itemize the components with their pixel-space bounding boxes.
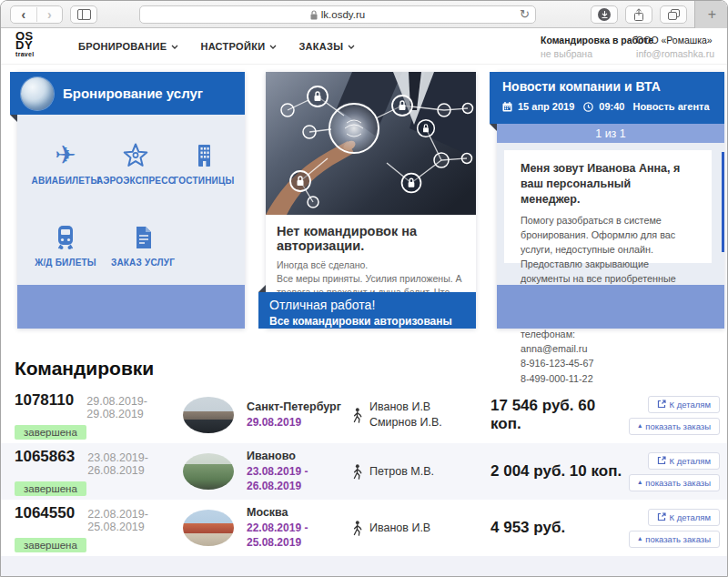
show-orders-button[interactable]: ▴ показать заказы [629, 474, 720, 491]
history-nav-group: ‹ › [10, 5, 63, 24]
logo-line-3: travel [15, 50, 34, 58]
service-hotels[interactable]: ГОСТИНИЦЫ [165, 138, 243, 186]
trip-price: 4 953 руб. [488, 519, 629, 537]
plus-icon: + [708, 6, 716, 23]
calendar-icon [502, 102, 512, 112]
news-time: 09:40 [599, 101, 624, 112]
booking-panel-title: Бронирование услуг [63, 86, 203, 101]
browser-toolbar: ‹ › lk.osdy.ru ↻ + [1, 1, 727, 28]
dashboard-panels: Бронирование услуг ✈ АВИАБИЛЕТЫ АЭРОЭКСП… [1, 72, 727, 329]
service-rail-label: Ж/Д БИЛЕТЫ [26, 258, 105, 268]
document-icon [104, 220, 182, 251]
booking-panel-header: Бронирование услуг [10, 72, 245, 115]
tabs-icon [668, 9, 680, 20]
new-tab-button[interactable]: + [694, 1, 728, 28]
booking-panel-footer [17, 285, 245, 329]
city-photo [183, 397, 234, 433]
osdy-logo[interactable]: OS DY travel [15, 32, 34, 58]
security-photo [266, 72, 476, 215]
sidebar-icon [77, 9, 91, 20]
service-order-label: ЗАКАЗ УСЛУГ [104, 258, 182, 268]
show-orders-label: показать заказы [645, 421, 711, 431]
details-button[interactable]: К деталям [648, 452, 720, 470]
service-order[interactable]: ЗАКАЗ УСЛУГ [104, 220, 182, 268]
status-badge: завершена [15, 481, 86, 496]
service-avia-label: АВИАБИЛЕТЫ [26, 176, 105, 186]
company-name: ООО «Ромашка» [636, 35, 714, 46]
walking-person-icon [351, 521, 363, 536]
ribbon-fold [490, 124, 497, 131]
traveler-name: Петров М.В. [369, 464, 434, 480]
reload-button[interactable]: ↻ [520, 7, 530, 21]
nav-booking-label: БРОНИРОВАНИЕ [78, 41, 167, 52]
external-link-icon [657, 512, 666, 521]
news-kind: Новость агента [632, 101, 709, 112]
dates-line: 23.08.2019 - [247, 464, 351, 479]
traveler-name: Иванов И.В [369, 400, 442, 415]
logo-line-2: DY [15, 41, 34, 50]
nav-settings[interactable]: НАСТРОЙКИ [200, 41, 277, 52]
news-heading: Меня зовут Иванова Анна, я ваш персональ… [521, 161, 692, 208]
back-icon: ‹ [21, 7, 25, 22]
clock-icon [583, 102, 593, 112]
news-contact-email: anna@email.ru [521, 341, 692, 356]
trip-city: Иваново [247, 450, 351, 462]
trip-price: 2 004 руб. 10 коп. [488, 462, 629, 481]
trip-date-range: 22.08.2019-25.08.2019 [87, 508, 174, 533]
share-button[interactable] [625, 5, 652, 24]
nav-orders-label: ЗАКАЗЫ [298, 41, 343, 52]
trip-city-dates-link[interactable]: 23.08.2019 - 26.08.2019 [247, 464, 351, 493]
details-button-label: К деталям [670, 512, 711, 522]
train-icon [26, 220, 105, 251]
trip-date-range: 29.08.2019-29.08.2019 [86, 395, 174, 420]
hotel-building-icon [165, 138, 243, 169]
nav-booking[interactable]: БРОНИРОВАНИЕ [78, 41, 178, 52]
show-orders-button[interactable]: ▴ показать заказы [629, 531, 720, 548]
service-hotels-label: ГОСТИНИЦЫ [165, 176, 243, 186]
downloads-button[interactable] [591, 5, 618, 24]
footer-title: Отличная работа! [269, 298, 465, 312]
walking-person-icon [351, 464, 363, 480]
dates-line: 25.08.2019 [247, 535, 351, 550]
chevron-down-icon [171, 45, 178, 49]
trip-city: Санкт-Петербург [247, 400, 351, 413]
caret-up-icon: ▴ [638, 535, 642, 542]
news-panel-title: Новости компании и ВТА [502, 79, 724, 94]
caret-up-icon: ▴ [638, 479, 642, 486]
forward-button[interactable]: › [36, 7, 63, 22]
lock-icon [310, 10, 318, 20]
plane-icon: ✈ [26, 138, 105, 169]
avatar [21, 77, 54, 110]
news-card: Меня зовут Иванова Анна, я ваш персональ… [504, 150, 712, 263]
sidebar-toggle-button[interactable] [70, 5, 97, 24]
service-aeroexpress-label: АЭРОЭКСПРЕСС [96, 176, 175, 186]
trip-id: 1064550 [15, 504, 75, 522]
chevron-down-icon [348, 45, 355, 49]
dates-line: 26.08.2019 [247, 479, 351, 493]
show-orders-label: показать заказы [645, 534, 711, 544]
news-scrollbar[interactable] [722, 152, 724, 252]
service-aeroexpress[interactable]: АЭРОЭКСПРЕСС [96, 138, 175, 186]
booking-services-panel: Бронирование услуг ✈ АВИАБИЛЕТЫ АЭРОЭКСП… [17, 72, 245, 329]
trip-city: Москва [247, 506, 351, 519]
trip-city-dates-link[interactable]: 22.08.2019 - 25.08.2019 [247, 521, 351, 550]
nav-orders[interactable]: ЗАКАЗЫ [298, 41, 355, 52]
trip-city-dates-link[interactable]: 29.08.2019 [247, 415, 351, 430]
tab-overview-button[interactable] [660, 5, 687, 24]
trip-id: 1078110 [15, 391, 74, 410]
aeroexpress-star-icon [96, 138, 175, 169]
nav-settings-label: НАСТРОЙКИ [200, 41, 265, 52]
back-button[interactable]: ‹ [11, 7, 36, 22]
trip-id: 1065863 [15, 448, 75, 466]
news-contact-phone2: 8-499-000-11-22 [521, 371, 692, 386]
show-orders-button[interactable]: ▴ показать заказы [629, 418, 720, 435]
details-button[interactable]: К деталям [648, 396, 720, 413]
details-button[interactable]: К деталям [648, 509, 720, 526]
service-rail[interactable]: Ж/Д БИЛЕТЫ [26, 220, 105, 268]
page-footer-strip [1, 556, 728, 577]
details-button-label: К деталям [670, 400, 711, 410]
news-panel: Новости компании и ВТА 15 апр 2019 09:40… [497, 72, 724, 329]
account-info[interactable]: ООО «Ромашка» info@romashka.ru [636, 35, 714, 59]
service-avia[interactable]: ✈ АВИАБИЛЕТЫ [26, 138, 105, 186]
address-bar[interactable]: lk.osdy.ru ↻ [139, 5, 536, 24]
